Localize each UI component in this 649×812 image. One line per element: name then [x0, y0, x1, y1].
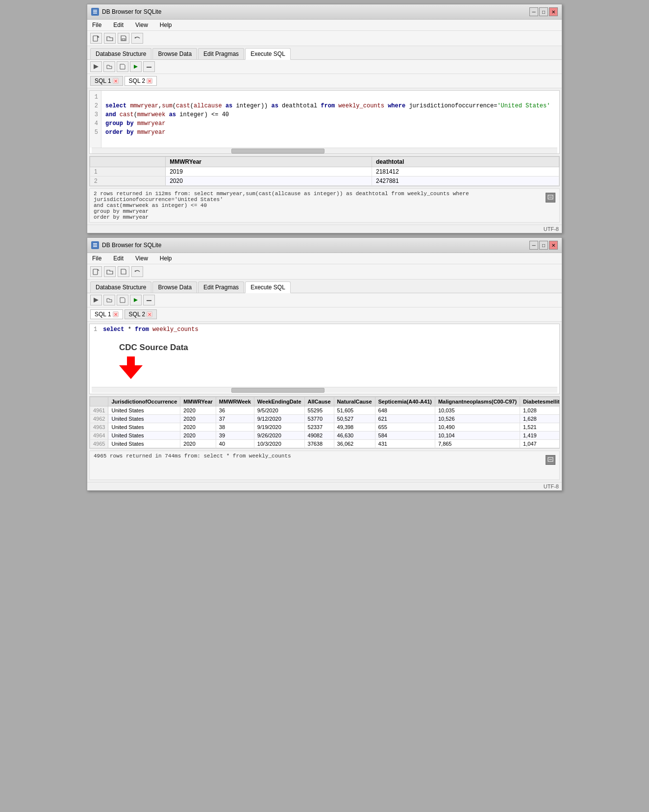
svg-rect-4	[93, 36, 98, 41]
results-area-1: MMWRYear deathtotal 1 2019 2181412 2 202…	[89, 156, 560, 186]
sql-run-all-btn-1[interactable]	[90, 61, 102, 72]
close-button-1[interactable]: ✕	[549, 7, 558, 16]
sql-run-btn-1[interactable]	[130, 61, 142, 72]
tab-db-structure-1[interactable]: Database Structure	[90, 48, 151, 59]
tab-execute-sql-1[interactable]: Execute SQL	[245, 48, 291, 60]
maximize-button-2[interactable]: □	[539, 241, 548, 250]
utf-label-2: UTF-8	[87, 482, 562, 490]
svg-rect-3	[93, 13, 97, 14]
sql-stop-btn-2[interactable]	[143, 295, 155, 305]
svg-rect-17	[93, 246, 97, 247]
table-row: 1 2019 2181412	[90, 167, 559, 177]
title-bar-left-1: DB Browser for SQLite	[91, 8, 161, 16]
sql-run-btn-2[interactable]	[130, 295, 142, 305]
scrollbar-h-1[interactable]	[92, 148, 557, 153]
menu-edit-2[interactable]: Edit	[110, 254, 126, 263]
menu-help-2[interactable]: Help	[157, 254, 175, 263]
tab-execute-sql-2[interactable]: Execute SQL	[245, 281, 291, 293]
minimize-button-1[interactable]: ─	[529, 7, 538, 16]
title-bar-1: DB Browser for SQLite ─ □ ✕	[87, 4, 562, 20]
menu-edit-1[interactable]: Edit	[110, 21, 126, 29]
table-row: 4963 United States 2020 38 9/19/2020 523…	[90, 423, 560, 431]
svg-rect-1	[93, 10, 97, 11]
code-editor-1[interactable]: 1 2 3 4 5 select mmwryear,sum(cast(allca…	[89, 90, 560, 154]
col-mmwrweek: MMWRWeek	[216, 397, 254, 406]
scroll-thumb-2[interactable]	[231, 388, 324, 393]
cell-year-2: 2020	[166, 177, 372, 186]
menu-view-2[interactable]: View	[132, 254, 151, 263]
minimize-button-2[interactable]: ─	[529, 241, 538, 250]
open-db-button-2[interactable]	[104, 266, 116, 277]
tab-edit-pragmas-1[interactable]: Edit Pragmas	[198, 48, 244, 59]
sql-open-btn-2[interactable]	[103, 295, 115, 305]
sql-run-all-btn-2[interactable]	[90, 295, 102, 305]
window-title-2: DB Browser for SQLite	[102, 242, 161, 249]
app-icon-1	[91, 8, 99, 16]
maximize-button-1[interactable]: □	[539, 7, 548, 16]
sql-tab-2-2[interactable]: SQL 2 ✕	[125, 309, 157, 319]
status-text-1: 2 rows returned in 112ms from: select mm…	[94, 191, 469, 220]
sql-toolbar-2	[87, 293, 562, 307]
sql-save-btn-1[interactable]	[117, 61, 128, 72]
write-changes-button-2[interactable]	[118, 266, 129, 277]
sql-tab-close-1-2[interactable]: ✕	[113, 311, 119, 317]
code-content-1[interactable]: select mmwryear,sum(cast(allcause as int…	[101, 91, 559, 148]
query-text-2: select * from weekly_counts	[103, 326, 198, 333]
new-db-button-1[interactable]	[90, 33, 102, 44]
utf-label-1: UTF-8	[87, 225, 562, 233]
export-icon-2[interactable]	[546, 455, 555, 465]
window-title-1: DB Browser for SQLite	[102, 8, 161, 15]
cell-total-1: 2181412	[372, 167, 559, 177]
revert-changes-button-2[interactable]	[131, 266, 143, 277]
sql-tab-bar-1: SQL 1 ✕ SQL 2 ✕	[87, 74, 562, 88]
window-2: DB Browser for SQLite ─ □ ✕ File Edit Vi…	[87, 237, 562, 491]
col-natural: NaturalCause	[334, 397, 375, 406]
tab-db-structure-2[interactable]: Database Structure	[90, 281, 151, 293]
cdc-annotation: CDC Source Data	[90, 335, 559, 387]
svg-rect-16	[93, 245, 97, 246]
results-table-1: MMWRYear deathtotal 1 2019 2181412 2 202…	[90, 156, 559, 186]
menu-help-1[interactable]: Help	[157, 21, 175, 29]
editor-area-2[interactable]: 1 select * from weekly_counts CDC Source…	[89, 324, 560, 394]
sql-tab-close-2-1[interactable]: ✕	[147, 78, 152, 84]
sql-tab-close-2-2[interactable]: ✕	[147, 311, 152, 317]
sql-tab-2-1[interactable]: SQL 2 ✕	[125, 76, 157, 86]
sql-open-btn-1[interactable]	[103, 61, 115, 72]
menu-file-2[interactable]: File	[89, 254, 104, 263]
revert-changes-button-1[interactable]	[131, 33, 143, 44]
sql-tab-1-1[interactable]: SQL 1 ✕	[90, 76, 123, 86]
new-db-button-2[interactable]	[90, 266, 102, 277]
svg-marker-21	[134, 298, 138, 302]
close-button-2[interactable]: ✕	[549, 241, 558, 250]
sql-tab-close-1-1[interactable]: ✕	[113, 78, 119, 84]
code-line-2[interactable]: 1 select * from weekly_counts	[90, 324, 559, 335]
sql-save-btn-2[interactable]	[117, 295, 128, 305]
svg-rect-15	[93, 243, 97, 244]
big-table-container: JurisdictionofOccurrence MMWRYear MMWRWe…	[89, 396, 560, 449]
open-db-button-1[interactable]	[104, 33, 116, 44]
sql-tab-1-2[interactable]: SQL 1 ✕	[90, 309, 123, 319]
col-mmwryear-1: MMWRYear	[166, 157, 372, 167]
sql-toolbar-1	[87, 60, 562, 74]
tab-edit-pragmas-2[interactable]: Edit Pragmas	[198, 281, 244, 293]
scrollbar-h-2[interactable]	[92, 387, 557, 393]
table-row: 4964 United States 2020 39 9/26/2020 490…	[90, 431, 560, 440]
arrow-shaft	[127, 356, 135, 365]
table-row: 4962 United States 2020 37 9/12/2020 537…	[90, 415, 560, 423]
title-bar-2: DB Browser for SQLite ─ □ ✕	[87, 238, 562, 253]
menu-view-1[interactable]: View	[132, 21, 151, 29]
write-changes-button-1[interactable]	[118, 33, 129, 44]
scroll-thumb-1[interactable]	[231, 149, 324, 153]
arrow-container	[119, 356, 143, 379]
arrow-head	[119, 365, 143, 379]
menubar-2: File Edit View Help	[87, 253, 562, 264]
row-num-1: 1	[90, 167, 166, 177]
tab-browse-data-1[interactable]: Browse Data	[152, 48, 197, 59]
tab-browse-data-2[interactable]: Browse Data	[152, 281, 197, 293]
svg-rect-18	[93, 269, 98, 275]
menu-file-1[interactable]: File	[89, 21, 104, 29]
big-results-table: JurisdictionofOccurrence MMWRYear MMWRWe…	[90, 397, 560, 448]
export-icon-1[interactable]	[546, 193, 555, 203]
sql-stop-btn-1[interactable]	[143, 61, 155, 72]
window-1: DB Browser for SQLite ─ □ ✕ File Edit Vi…	[87, 4, 562, 233]
